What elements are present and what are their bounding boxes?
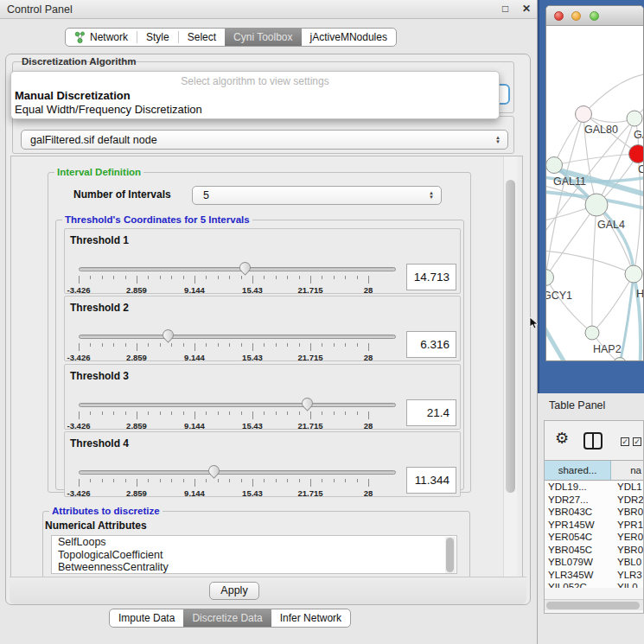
- threshold-value-field[interactable]: 21.4: [406, 399, 456, 426]
- tab-jactivemnodules[interactable]: jActiveMNodules: [302, 29, 396, 46]
- network-node[interactable]: [629, 145, 644, 163]
- float-window-icon[interactable]: □: [502, 3, 508, 15]
- table-cell-shared[interactable]: YPR145W: [545, 520, 611, 532]
- table-row[interactable]: YDL19...YDL1: [545, 481, 643, 494]
- table-row[interactable]: YBR045CYBR0: [545, 545, 643, 558]
- slider-track[interactable]: [79, 470, 396, 475]
- table-cell-name[interactable]: YLR3: [611, 570, 643, 583]
- network-view-window: GAL80GACGAL11GAL4GCY1HHAP2: [545, 5, 644, 361]
- table-cell-shared[interactable]: YDL19...: [545, 481, 611, 494]
- tab-impute-data[interactable]: Impute Data: [110, 609, 183, 627]
- checkbox-icon[interactable]: ✓: [621, 437, 629, 446]
- list-scrollbar[interactable]: [445, 537, 456, 574]
- table-hscrollbar[interactable]: [545, 599, 643, 610]
- network-edge[interactable]: [592, 205, 596, 333]
- attribute-list-item[interactable]: TopologicalCoefficient: [52, 549, 456, 562]
- table-cell-name[interactable]: YIL0: [611, 582, 643, 588]
- table-cell-shared[interactable]: YBR045C: [545, 545, 611, 558]
- tab-cyni-toolbox[interactable]: Cyni Toolbox: [225, 29, 301, 46]
- slider-tick: [218, 276, 219, 279]
- tab-style[interactable]: Style: [137, 29, 178, 46]
- network-edge[interactable]: [546, 251, 634, 274]
- threshold-value-field[interactable]: 11.344: [406, 467, 456, 494]
- network-node[interactable]: [585, 326, 599, 340]
- network-canvas[interactable]: GAL80GACGAL11GAL4GCY1HHAP2: [546, 26, 643, 361]
- panel-scrollbar[interactable]: [503, 156, 517, 577]
- slider-tick: [194, 479, 195, 487]
- table-row[interactable]: YBL079WYBL0: [545, 557, 643, 570]
- tab-select[interactable]: Select: [179, 29, 225, 46]
- attribute-list-item[interactable]: BetweennessCentrality: [52, 561, 456, 574]
- table-row[interactable]: YLR345WYLR3: [545, 570, 643, 583]
- slider-track[interactable]: [79, 335, 396, 339]
- apply-button[interactable]: Apply: [209, 582, 259, 600]
- table-hscrollbar-thumb[interactable]: [546, 602, 640, 609]
- popup-item-manual-discretization[interactable]: Manual Discretization: [15, 89, 131, 102]
- tab-infer-network[interactable]: Infer Network: [271, 609, 350, 627]
- close-traffic-icon[interactable]: [554, 11, 564, 21]
- table-cell-shared[interactable]: YER054C: [545, 532, 611, 545]
- gear-icon[interactable]: ⚙: [555, 429, 569, 448]
- threshold-value-field[interactable]: 14.713: [406, 264, 456, 290]
- table-cell-shared[interactable]: YIL052C: [545, 582, 611, 588]
- table-data-combobox[interactable]: galFiltered.sif default node ▲▼: [21, 130, 508, 150]
- slider-handle[interactable]: [207, 462, 222, 478]
- table-cell-shared[interactable]: YBL079W: [545, 557, 611, 570]
- table-row[interactable]: YBR043CYBR0: [545, 507, 643, 520]
- column-header-shared[interactable]: shared...: [545, 461, 611, 480]
- tab-discretize-data[interactable]: Discretize Data: [183, 609, 271, 627]
- network-edge[interactable]: [554, 154, 638, 165]
- network-node[interactable]: [546, 270, 554, 286]
- network-edge-thick[interactable]: [596, 205, 634, 274]
- network-node[interactable]: [546, 157, 563, 174]
- table-cell-name[interactable]: YDL1: [611, 481, 643, 494]
- network-node[interactable]: [614, 358, 627, 362]
- number-of-intervals-spinner[interactable]: 5 ▲▼: [192, 186, 442, 205]
- table-cell-shared[interactable]: YLR345W: [545, 570, 611, 583]
- slider-track[interactable]: [79, 267, 396, 271]
- table-row[interactable]: YPR145WYPR1: [545, 520, 643, 532]
- network-edge[interactable]: [583, 73, 643, 114]
- network-node-label: H: [636, 288, 643, 300]
- network-node[interactable]: [627, 111, 642, 126]
- attribute-list-item[interactable]: SelfLoops: [52, 536, 456, 549]
- close-icon[interactable]: ✕: [522, 3, 531, 15]
- network-edge-thick[interactable]: [620, 274, 634, 361]
- slider-handle[interactable]: [238, 259, 253, 275]
- network-node[interactable]: [625, 265, 642, 283]
- slider-track[interactable]: [79, 403, 396, 407]
- network-edge[interactable]: [554, 114, 583, 165]
- checkbox-icon[interactable]: ✓: [633, 437, 641, 446]
- network-edge[interactable]: [546, 277, 592, 333]
- column-header-name[interactable]: na: [611, 461, 643, 480]
- minimize-traffic-icon[interactable]: [571, 11, 581, 21]
- table-cell-name[interactable]: YBR0: [611, 545, 643, 558]
- network-node[interactable]: [576, 106, 592, 123]
- table-cell-name[interactable]: YPR1: [611, 520, 643, 532]
- network-edge-thick[interactable]: [546, 327, 581, 361]
- table-cell-shared[interactable]: YDR27...: [545, 494, 611, 507]
- table-cell-name[interactable]: YDR2: [611, 494, 643, 507]
- network-edge[interactable]: [546, 205, 596, 277]
- zoom-traffic-icon[interactable]: [590, 11, 599, 21]
- panel-scrollbar-thumb[interactable]: [506, 180, 515, 493]
- network-window-titlebar[interactable]: [546, 6, 643, 26]
- table-cell-name[interactable]: YBR0: [611, 507, 643, 520]
- table-row[interactable]: YDR27...YDR2: [545, 494, 643, 507]
- table-row[interactable]: YIL052CYIL0: [545, 582, 643, 588]
- table-cell-shared[interactable]: YBR043C: [545, 507, 611, 520]
- table-cell-name[interactable]: YBL0: [611, 557, 643, 570]
- numerical-attributes-list[interactable]: SelfLoopsTopologicalCoefficientBetweenne…: [51, 535, 457, 574]
- network-node[interactable]: [585, 194, 608, 216]
- list-scrollbar-thumb[interactable]: [446, 538, 454, 572]
- table-row[interactable]: YER054CYER0: [545, 532, 643, 545]
- popup-item-equal-width-frequency[interactable]: Equal Width/Frequency Discretization: [15, 103, 202, 116]
- columns-icon[interactable]: [583, 432, 603, 450]
- slider-handle[interactable]: [299, 395, 315, 411]
- threshold-value-field[interactable]: 6.316: [406, 331, 456, 358]
- table-cell-name[interactable]: YER0: [611, 532, 643, 545]
- slider-tick-label: -3.426: [58, 353, 99, 362]
- network-edge[interactable]: [596, 205, 634, 274]
- slider-handle[interactable]: [160, 327, 175, 342]
- tab-network[interactable]: Network: [66, 29, 137, 46]
